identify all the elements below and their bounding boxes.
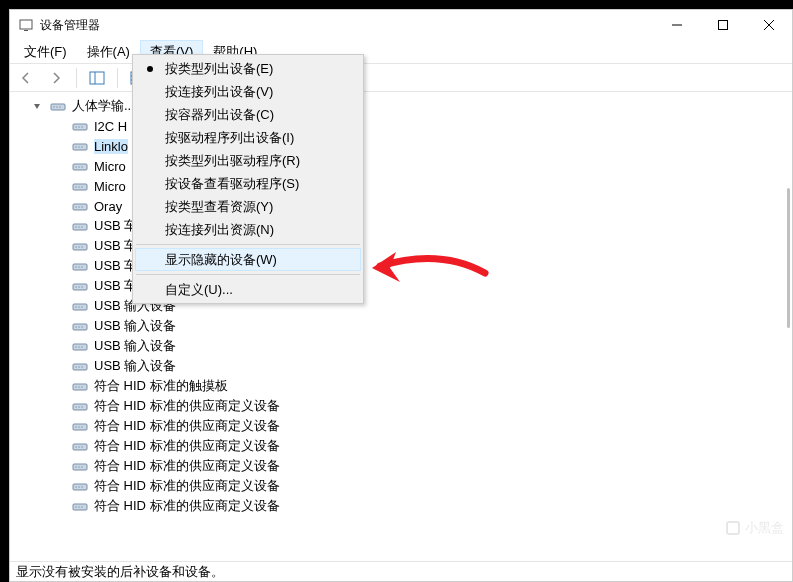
svg-point-18 (75, 126, 76, 127)
device-icon (72, 138, 88, 154)
svg-point-88 (81, 466, 82, 467)
svg-rect-21 (73, 144, 87, 150)
svg-rect-93 (73, 504, 87, 510)
device-label: USB 输入设备 (94, 337, 176, 355)
svg-point-96 (81, 506, 82, 507)
tree-item[interactable]: USB 输入设备 (30, 316, 792, 336)
statusbar: 显示没有被安装的后补设备和设备。 (10, 561, 792, 581)
svg-point-31 (78, 186, 79, 187)
menu-devices-by-connection[interactable]: 按连接列出设备(V) (135, 80, 361, 103)
scrollbar-thumb[interactable] (787, 188, 790, 328)
tree-item[interactable]: USB 输入设备 (30, 336, 792, 356)
back-button[interactable] (14, 67, 38, 89)
svg-point-46 (75, 266, 76, 267)
svg-rect-97 (727, 522, 739, 534)
minimize-button[interactable] (654, 10, 700, 40)
svg-point-15 (56, 106, 57, 107)
menu-file[interactable]: 文件(F) (14, 40, 77, 63)
tree-item[interactable]: 符合 HID 标准的供应商定义设备 (30, 416, 792, 436)
menu-action[interactable]: 操作(A) (77, 40, 140, 63)
tree-item[interactable]: 符合 HID 标准的触摸板 (30, 376, 792, 396)
device-tree[interactable]: 人体学输... I2C HLinkloMicroMicroOrayUSB 车US… (10, 92, 792, 561)
menu-drivers-by-type[interactable]: 按类型列出驱动程序(R) (135, 149, 361, 172)
svg-rect-49 (73, 284, 87, 290)
menu-resources-by-connection[interactable]: 按连接列出资源(N) (135, 218, 361, 241)
device-label: USB 车 (94, 257, 137, 275)
svg-rect-73 (73, 404, 87, 410)
svg-rect-45 (73, 264, 87, 270)
device-icon (72, 318, 88, 334)
svg-point-56 (81, 306, 82, 307)
menu-drivers-by-device[interactable]: 按驱动程序列出设备(I) (135, 126, 361, 149)
svg-point-74 (75, 406, 76, 407)
menu-resources-by-type[interactable]: 按类型查看资源(Y) (135, 195, 361, 218)
svg-rect-17 (73, 124, 87, 130)
tree-item[interactable]: 符合 HID 标准的供应商定义设备 (30, 436, 792, 456)
menu-view-by-device[interactable]: 按设备查看驱动程序(S) (135, 172, 361, 195)
device-label: Micro (94, 179, 126, 194)
collapse-icon[interactable] (30, 99, 44, 113)
svg-point-32 (81, 186, 82, 187)
svg-point-38 (75, 226, 76, 227)
svg-point-62 (75, 346, 76, 347)
tree-item[interactable]: 符合 HID 标准的供应商定义设备 (30, 396, 792, 416)
show-hide-tree-button[interactable] (85, 67, 109, 89)
svg-rect-61 (73, 344, 87, 350)
hid-category-icon (50, 98, 66, 114)
svg-rect-77 (73, 424, 87, 430)
device-label: USB 输入设备 (94, 357, 176, 375)
device-label: 符合 HID 标准的供应商定义设备 (94, 397, 280, 415)
maximize-button[interactable] (700, 10, 746, 40)
close-button[interactable] (746, 10, 792, 40)
svg-point-94 (75, 506, 76, 507)
svg-point-42 (75, 246, 76, 247)
window-title: 设备管理器 (40, 17, 654, 34)
device-label: 符合 HID 标准的供应商定义设备 (94, 437, 280, 455)
device-manager-window: 设备管理器 文件(F) 操作(A) 查看(V) 帮助(H) ? 人体学输... … (9, 9, 793, 582)
device-icon (72, 258, 88, 274)
svg-point-76 (81, 406, 82, 407)
device-icon (72, 458, 88, 474)
device-icon (72, 218, 88, 234)
svg-point-52 (81, 286, 82, 287)
svg-point-75 (78, 406, 79, 407)
device-icon (72, 178, 88, 194)
device-label: USB 车 (94, 277, 137, 295)
svg-point-27 (78, 166, 79, 167)
svg-point-82 (75, 446, 76, 447)
device-label: 符合 HID 标准的供应商定义设备 (94, 477, 280, 495)
svg-point-90 (75, 486, 76, 487)
device-icon (72, 198, 88, 214)
device-icon (72, 238, 88, 254)
svg-point-83 (78, 446, 79, 447)
tree-item[interactable]: 符合 HID 标准的供应商定义设备 (30, 476, 792, 496)
category-label: 人体学输... (72, 97, 135, 115)
svg-rect-37 (73, 224, 87, 230)
tree-item[interactable]: 符合 HID 标准的供应商定义设备 (30, 496, 792, 516)
menu-devices-by-type[interactable]: 按类型列出设备(E) (135, 57, 361, 80)
svg-point-20 (81, 126, 82, 127)
svg-point-64 (81, 346, 82, 347)
svg-point-92 (81, 486, 82, 487)
svg-point-68 (81, 366, 82, 367)
device-icon (72, 498, 88, 514)
svg-point-71 (78, 386, 79, 387)
menu-show-hidden-devices[interactable]: 显示隐藏的设备(W) (135, 248, 361, 271)
device-icon (72, 338, 88, 354)
device-icon (72, 158, 88, 174)
app-icon (18, 17, 34, 33)
svg-point-51 (78, 286, 79, 287)
tree-item[interactable]: USB 输入设备 (30, 356, 792, 376)
svg-point-40 (81, 226, 82, 227)
device-label: Oray (94, 199, 122, 214)
forward-button[interactable] (44, 67, 68, 89)
device-label: Linklo (94, 139, 128, 154)
svg-rect-29 (73, 184, 87, 190)
svg-rect-81 (73, 444, 87, 450)
svg-point-66 (75, 366, 76, 367)
tree-item[interactable]: 符合 HID 标准的供应商定义设备 (30, 456, 792, 476)
menu-devices-by-container[interactable]: 按容器列出设备(C) (135, 103, 361, 126)
device-label: USB 车 (94, 217, 137, 235)
svg-point-28 (81, 166, 82, 167)
menu-customize[interactable]: 自定义(U)... (135, 278, 361, 301)
